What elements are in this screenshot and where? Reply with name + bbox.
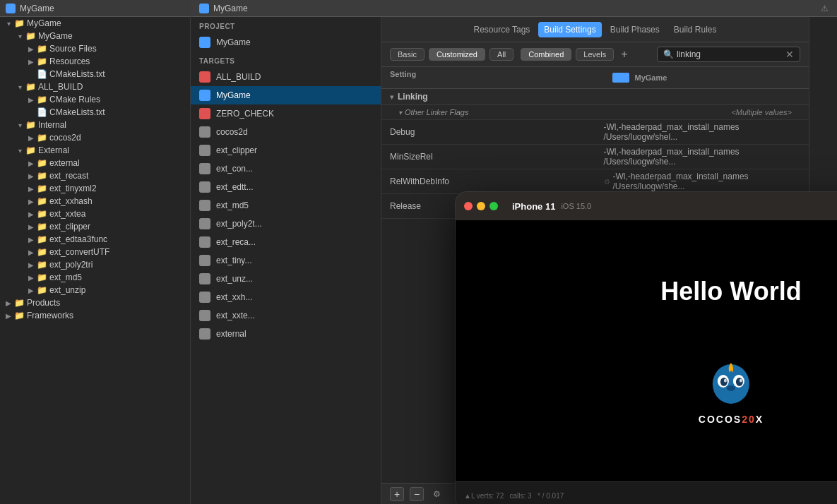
tab-build-settings[interactable]: Build Settings <box>538 22 601 37</box>
sidebar-item-all-build[interactable]: ▾📁ALL_BUILD <box>0 80 190 93</box>
target-label-all-build: ALL_BUILD <box>216 72 261 82</box>
project-title: MyGame <box>20 4 54 13</box>
target-icon-mygame <box>199 90 210 101</box>
sidebar-item-cmakelists-2[interactable]: 📄CMakeLists.txt <box>0 106 190 119</box>
tab-build-rules[interactable]: Build Rules <box>668 22 723 37</box>
sidebar-item-ext-edtaa3func[interactable]: ▶📁ext_edtaa3func <box>0 233 190 246</box>
tree-arrow-external-sub: ▶ <box>25 160 37 167</box>
phone-screen: Hello World <box>456 220 837 481</box>
filter-bar: Basic Customized All Combined Levels + 🔍… <box>381 42 809 67</box>
sidebar-item-source-files[interactable]: ▶📁Source Files <box>0 42 190 55</box>
sidebar-item-ext-tinyxml2[interactable]: ▶📁ext_tinyxml2 <box>0 182 190 195</box>
target-label-ext-md5-t: ext_md5 <box>216 200 249 210</box>
traffic-lights <box>464 202 498 210</box>
target-item-ext-md5-t[interactable]: ext_md5 <box>191 196 381 215</box>
target-item-ext-reca[interactable]: ext_reca... <box>191 233 381 251</box>
sidebar-item-products[interactable]: ▶📁Products <box>0 296 190 309</box>
sidebar-item-ext-clipper[interactable]: ▶📁ext_clipper <box>0 220 190 233</box>
sidebar-item-ext-poly2tri[interactable]: ▶📁ext_poly2tri <box>0 258 190 271</box>
cocos-text: COCOS20X <box>699 414 764 425</box>
sidebar-item-ext-md5[interactable]: ▶📁ext_md5 <box>0 271 190 284</box>
remove-btn[interactable]: − <box>410 487 424 501</box>
col-setting: Setting <box>381 67 595 88</box>
target-project[interactable]: MyGame <box>191 33 381 52</box>
svg-rect-4 <box>201 128 208 136</box>
sidebar-item-frameworks[interactable]: ▶📁Frameworks <box>0 309 190 322</box>
minimize-traffic-light[interactable] <box>477 202 485 210</box>
debug-text: ▲L verts: 72 calls: 3 * / 0.017 <box>464 492 564 500</box>
svg-rect-6 <box>201 165 208 172</box>
section-linking[interactable]: ▾ Linking <box>381 89 809 105</box>
tree-arrow-frameworks: ▶ <box>3 312 14 320</box>
target-item-external-t[interactable]: external <box>191 325 381 343</box>
target-item-cocos2d-t[interactable]: cocos2d <box>191 123 381 141</box>
subsection-linker-flags[interactable]: ▾ Other Linker Flags <Multiple values> <box>381 105 809 120</box>
target-item-ext-clipper-t[interactable]: ext_clipper <box>191 141 381 160</box>
tab-build-phases[interactable]: Build Phases <box>605 22 665 37</box>
target-item-ext-con[interactable]: ext_con... <box>191 160 381 178</box>
sidebar-item-cocos2d[interactable]: ▶📁cocos2d <box>0 131 190 144</box>
sidebar-item-ext-xxhash[interactable]: ▶📁ext_xxhash <box>0 195 190 208</box>
sidebar-item-ext-xxtea[interactable]: ▶📁ext_xxtea <box>0 208 190 220</box>
target-item-ext-poly2t[interactable]: ext_poly2t... <box>191 215 381 233</box>
tree-label-cocos2d: cocos2d <box>49 133 81 143</box>
settings-gear-btn[interactable]: ⚙ <box>429 487 444 501</box>
target-label-ext-xxh: ext_xxh... <box>216 292 252 302</box>
topbar-project-icon <box>199 4 209 13</box>
target-item-zero-check[interactable]: ZERO_CHECK <box>191 104 381 123</box>
folder-icon-frameworks: 📁 <box>14 311 24 320</box>
sidebar-item-resources[interactable]: ▶📁Resources <box>0 55 190 68</box>
target-item-ext-xxte[interactable]: ext_xxte... <box>191 306 381 325</box>
svg-point-20 <box>736 378 743 386</box>
tree-label-internal: Internal <box>38 120 66 130</box>
folder-icon-internal: 📁 <box>25 120 35 130</box>
svg-rect-2 <box>201 92 208 99</box>
tree-arrow-ext-xxhash: ▶ <box>25 198 37 205</box>
sidebar-item-ext-convertutf[interactable]: ▶📁ext_convertUTF <box>0 246 190 258</box>
tab-resource-tags[interactable]: Resource Tags <box>468 22 536 37</box>
sidebar-item-ext-recast[interactable]: ▶📁ext_recast <box>0 169 190 182</box>
target-item-ext-tiny[interactable]: ext_tiny... <box>191 251 381 270</box>
folder-icon-ext-clipper: 📁 <box>37 222 47 232</box>
filter-customized-btn[interactable]: Customized <box>429 48 485 61</box>
search-input[interactable] <box>677 49 783 59</box>
filter-combined-btn[interactable]: Combined <box>521 48 571 61</box>
search-clear-btn[interactable]: ✕ <box>785 49 794 60</box>
sidebar-item-external-sub[interactable]: ▶📁external <box>0 157 190 169</box>
tree-label-frameworks: Frameworks <box>27 311 73 320</box>
folder-icon-resources: 📁 <box>37 56 47 66</box>
filter-basic-btn[interactable]: Basic <box>390 48 425 61</box>
edit-icon[interactable]: ⚙ <box>604 178 610 186</box>
target-item-ext-edtt[interactable]: ext_edtt... <box>191 178 381 196</box>
hello-world-text: Hello World <box>660 277 801 306</box>
phone-titlebar: iPhone 11 iOS 15.0 ⌂ 📷 ⊞ <box>456 192 837 220</box>
target-item-mygame[interactable]: MyGame <box>191 86 381 104</box>
tree-label-all-build: ALL_BUILD <box>38 82 83 92</box>
target-item-all-build[interactable]: ALL_BUILD <box>191 68 381 86</box>
sidebar-item-mygame-sub[interactable]: ▾📁MyGame <box>0 30 190 42</box>
filter-plus-btn[interactable]: + <box>618 48 630 61</box>
sidebar-item-mygame-root[interactable]: ▾📁MyGame <box>0 17 190 30</box>
sidebar-item-ext-unzip[interactable]: ▶📁ext_unzip <box>0 284 190 296</box>
target-item-ext-xxh[interactable]: ext_xxh... <box>191 288 381 306</box>
target-item-ext-unz[interactable]: ext_unz... <box>191 270 381 288</box>
sidebar-item-cmake-rules[interactable]: ▶📁CMake Rules <box>0 93 190 106</box>
add-btn[interactable]: + <box>390 487 404 501</box>
svg-point-19 <box>720 378 728 386</box>
build-row[interactable]: MinSizeRel -Wl,-headerpad_max_install_na… <box>381 145 809 169</box>
build-row[interactable]: Debug -Wl,-headerpad_max_install_names /… <box>381 120 809 145</box>
sidebar-item-cmakelists-1[interactable]: 📄CMakeLists.txt <box>0 68 190 80</box>
target-label-cocos2d-t: cocos2d <box>216 127 248 137</box>
svg-rect-0 <box>201 39 208 46</box>
sidebar-item-internal[interactable]: ▾📁Internal <box>0 119 190 131</box>
filter-all-btn[interactable]: All <box>489 48 514 61</box>
folder-icon-mygame-root: 📁 <box>14 18 24 28</box>
close-traffic-light[interactable] <box>464 202 473 210</box>
file-icon-cmakelists-1: 📄 <box>37 69 47 79</box>
tree-arrow-internal: ▾ <box>14 121 25 129</box>
sidebar-tree: ▾📁MyGame▾📁MyGame▶📁Source Files▶📁Resource… <box>0 17 190 322</box>
filter-levels-btn[interactable]: Levels <box>576 48 614 61</box>
sidebar-item-external[interactable]: ▾📁External <box>0 144 190 157</box>
build-row[interactable]: RelWithDebInfo ⚙-Wl,-headerpad_max_insta… <box>381 169 809 194</box>
maximize-traffic-light[interactable] <box>489 202 498 210</box>
